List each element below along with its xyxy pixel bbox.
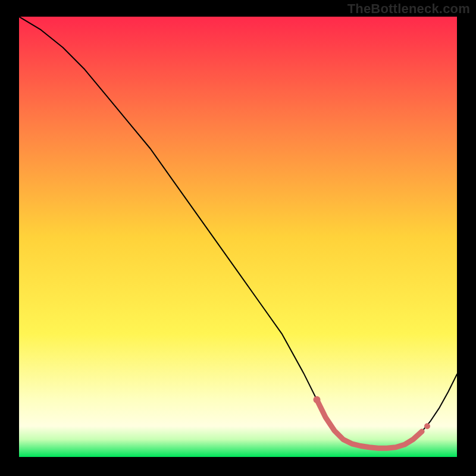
- chart-svg: [19, 17, 457, 457]
- watermark-text: TheBottleneck.com: [347, 1, 470, 17]
- chart-stage: TheBottleneck.com: [0, 0, 476, 476]
- optimal-zone-dot: [314, 396, 321, 403]
- plot-area: [19, 17, 457, 457]
- gradient-background: [19, 17, 457, 457]
- optimal-zone-dot: [424, 423, 430, 429]
